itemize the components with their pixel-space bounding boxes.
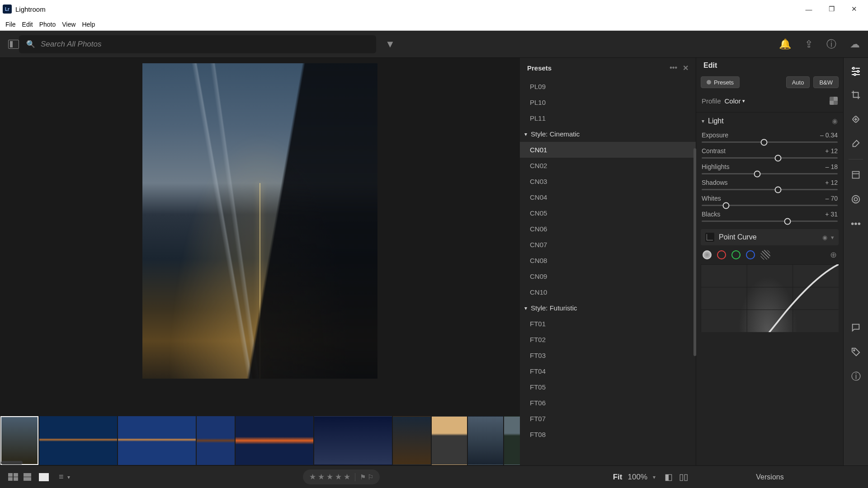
- maximize-button[interactable]: ❐: [820, 0, 843, 18]
- filmstrip-scrollbar[interactable]: [1, 461, 23, 465]
- preset-item[interactable]: FT02: [520, 332, 696, 347]
- slider-knob[interactable]: [784, 218, 791, 225]
- preset-item[interactable]: PL11: [520, 110, 696, 126]
- preset-item[interactable]: FT07: [520, 411, 696, 427]
- flag-pick-icon[interactable]: ⚑: [360, 473, 366, 481]
- preset-item[interactable]: CN07: [520, 237, 696, 253]
- detail-view-icon[interactable]: [39, 473, 49, 481]
- info-icon[interactable]: ⓘ: [849, 370, 862, 383]
- star-icon[interactable]: ★: [335, 472, 342, 482]
- slider-whites[interactable]: Whites– 70: [696, 193, 843, 209]
- visibility-icon[interactable]: ◉: [822, 234, 827, 241]
- filter-icon[interactable]: ▼: [385, 38, 395, 50]
- thumbnail[interactable]: [197, 416, 235, 465]
- search-input[interactable]: [41, 40, 369, 49]
- preset-item[interactable]: FT05: [520, 379, 696, 395]
- thumbnail[interactable]: [314, 416, 392, 465]
- menu-photo[interactable]: Photo: [37, 20, 59, 29]
- close-button[interactable]: ✕: [843, 0, 865, 18]
- keywords-icon[interactable]: [849, 346, 862, 358]
- auto-button[interactable]: Auto: [786, 76, 810, 88]
- viewer[interactable]: [0, 58, 520, 416]
- zoom-value[interactable]: 100%: [628, 473, 647, 482]
- thumbnail[interactable]: [0, 416, 38, 465]
- preset-item[interactable]: CN01: [520, 142, 696, 158]
- preset-item[interactable]: CN02: [520, 158, 696, 174]
- star-icon[interactable]: ★: [309, 472, 316, 482]
- thumbnail[interactable]: [468, 416, 503, 465]
- thumbnail[interactable]: [432, 416, 467, 465]
- slider-knob[interactable]: [754, 170, 761, 177]
- flag-reject-icon[interactable]: ⚐: [368, 473, 373, 481]
- preset-group-header[interactable]: ▾Style: Futuristic: [520, 300, 696, 316]
- channel-red[interactable]: [717, 250, 726, 259]
- edit-tool-icon[interactable]: [849, 64, 862, 77]
- preset-item[interactable]: PL09: [520, 79, 696, 94]
- point-curve-header[interactable]: Point Curve ◉ ▾: [701, 229, 839, 245]
- menu-help[interactable]: Help: [79, 20, 98, 29]
- target-adjust-icon[interactable]: ⊕: [830, 250, 837, 260]
- sort-icon[interactable]: ≡: [59, 472, 64, 482]
- preset-item[interactable]: CN06: [520, 221, 696, 237]
- notifications-icon[interactable]: 🔔: [779, 38, 791, 50]
- preset-item[interactable]: FT01: [520, 316, 696, 332]
- chevron-down-icon[interactable]: ▾: [67, 474, 70, 480]
- tone-curve[interactable]: [701, 264, 839, 332]
- cloud-sync-icon[interactable]: ☁: [850, 38, 860, 50]
- thumbnail[interactable]: [504, 416, 520, 465]
- preset-item[interactable]: CN08: [520, 253, 696, 268]
- healing-tool-icon[interactable]: [849, 113, 862, 126]
- more-tools-icon[interactable]: •••: [849, 217, 862, 230]
- presets-close-icon[interactable]: ✕: [683, 64, 689, 72]
- preset-item[interactable]: CN04: [520, 189, 696, 205]
- bw-button[interactable]: B&W: [813, 76, 839, 88]
- visibility-icon[interactable]: ◉: [832, 117, 838, 125]
- presets-button[interactable]: Presets: [701, 76, 740, 88]
- preset-item[interactable]: PL10: [520, 94, 696, 110]
- menu-view[interactable]: View: [59, 20, 78, 29]
- crop-tool-icon[interactable]: [849, 89, 862, 101]
- channel-blue[interactable]: [746, 250, 755, 259]
- channel-green[interactable]: [731, 250, 741, 259]
- brush-tool-icon[interactable]: [849, 137, 862, 150]
- preset-item[interactable]: CN10: [520, 284, 696, 300]
- star-icon[interactable]: ★: [326, 472, 333, 482]
- filmstrip[interactable]: [0, 416, 520, 465]
- slider-highlights[interactable]: Highlights– 18: [696, 161, 843, 177]
- slider-knob[interactable]: [774, 155, 781, 161]
- thumbnail[interactable]: [393, 416, 431, 465]
- preset-item[interactable]: CN03: [520, 174, 696, 189]
- rating-bar[interactable]: ★ ★ ★ ★ ★ ⚑ ⚐: [303, 469, 380, 484]
- compare-view-icon[interactable]: ▯▯: [679, 472, 688, 482]
- menu-file[interactable]: File: [3, 20, 19, 29]
- main-photo[interactable]: [142, 63, 377, 379]
- chevron-down-icon[interactable]: ▾: [653, 474, 656, 480]
- slider-knob[interactable]: [761, 139, 768, 145]
- versions-button[interactable]: Versions: [696, 465, 844, 488]
- help-icon[interactable]: ⓘ: [826, 38, 836, 51]
- left-panel-toggle-icon[interactable]: [8, 40, 19, 49]
- star-icon[interactable]: ★: [318, 472, 325, 482]
- slider-knob[interactable]: [774, 186, 781, 193]
- slider-shadows[interactable]: Shadows+ 12: [696, 177, 843, 193]
- thumbnail[interactable]: [39, 416, 117, 465]
- search-box[interactable]: 🔍: [19, 35, 376, 53]
- profile-value[interactable]: Color: [725, 97, 741, 105]
- thumbnail[interactable]: [118, 416, 196, 465]
- preset-item[interactable]: FT04: [520, 363, 696, 379]
- edit-scrollbar[interactable]: [693, 148, 696, 356]
- linear-gradient-tool-icon[interactable]: [849, 169, 862, 181]
- preset-item[interactable]: FT06: [520, 395, 696, 411]
- light-section-header[interactable]: ▾ Light ◉: [696, 113, 843, 130]
- comments-icon[interactable]: [849, 321, 862, 334]
- preset-item[interactable]: FT08: [520, 427, 696, 442]
- preset-item[interactable]: CN09: [520, 268, 696, 284]
- profile-browser-icon[interactable]: [830, 97, 838, 105]
- star-icon[interactable]: ★: [344, 472, 350, 482]
- menu-edit[interactable]: Edit: [19, 20, 36, 29]
- fit-label[interactable]: Fit: [613, 473, 623, 482]
- share-icon[interactable]: ⇪: [805, 38, 813, 50]
- slider-exposure[interactable]: Exposure– 0.34: [696, 130, 843, 145]
- chevron-down-icon[interactable]: ▾: [831, 234, 834, 241]
- preset-group-header[interactable]: ▾Style: Cinematic: [520, 126, 696, 142]
